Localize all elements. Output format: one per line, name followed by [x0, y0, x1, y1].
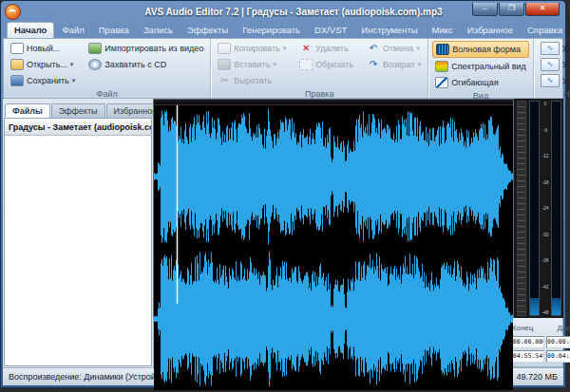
meter-db-scale: 0 -6 -12 -18 -24 -30 -36 -42 -48	[541, 101, 550, 316]
maximize-button[interactable]: ❐	[499, 3, 524, 16]
editor-column: 0:20 0:40 1:00 1:20 1:40 2:00 2:20 2:40 …	[153, 99, 563, 367]
paste-button[interactable]: Вставить ▾	[215, 57, 289, 72]
tab-tools[interactable]: Инструменты	[354, 23, 424, 38]
open-button[interactable]: Открыть... ▾	[8, 57, 78, 72]
panel-tab-files[interactable]: Файлы	[5, 103, 50, 118]
file-size-status: 49.720 МБ	[517, 372, 558, 382]
tab-help[interactable]: Справка	[521, 23, 569, 38]
waveform-right-channel[interactable]	[154, 248, 513, 390]
level-meters: 0 -6 -12 -18 -24 -30 -36 -42 -48	[529, 101, 561, 316]
save-disk-icon	[10, 75, 24, 86]
undo-arrow-icon: ↶	[367, 43, 380, 54]
spectrum-icon	[435, 61, 448, 72]
delete-x-icon: ✕	[299, 43, 313, 54]
capture-from-cd-button[interactable]: Захватить с CD	[86, 57, 206, 72]
ribbon-group-recent-effects: ∿ Усиление ∿ ∿ Усиление/Затухание ∿ ∿ Уд…	[534, 39, 570, 98]
waveform-channels[interactable]	[154, 105, 513, 304]
chevron-down-icon: ▾	[416, 45, 420, 52]
waveform-icon	[436, 44, 449, 55]
view-length-field[interactable]: 00:04:55.549	[546, 350, 570, 363]
panel-tabs: Файлы Эффекты Избранное	[3, 99, 153, 118]
left-panel: Файлы Эффекты Избранное Градусы - Замета…	[3, 99, 153, 367]
ribbon-group-file: Новый... Открыть... ▾ Сохранить ▾	[4, 39, 211, 98]
chevron-down-icon: ▾	[273, 61, 276, 68]
main-area: Файлы Эффекты Избранное Градусы - Замета…	[3, 99, 563, 367]
ribbon-tab-row: Начало Файл Правка Запись Эффекты Генери…	[3, 21, 563, 38]
app-window: AVS Audio Editor 7.2 | Градусы - Заметае…	[0, 0, 566, 388]
scissors-icon: ✂	[218, 75, 231, 86]
redo-arrow-icon: ↷	[367, 59, 380, 70]
ribbon-group-edit: Копировать ▾ Вставить ▾ ✂ Вырезать	[211, 39, 428, 98]
chevron-down-icon: ▾	[283, 45, 287, 52]
panel-tab-effects[interactable]: Эффекты	[51, 103, 105, 118]
paste-icon	[218, 59, 231, 70]
minimize-button[interactable]: –	[472, 3, 498, 16]
ribbon-group-view: Волновая форма Спектральный вид Огибающа…	[428, 39, 534, 98]
tab-mix[interactable]: Микс	[426, 23, 460, 38]
chevron-down-icon: ▾	[70, 61, 74, 68]
tab-file[interactable]: Файл	[55, 23, 90, 38]
playhead-cursor[interactable]	[177, 105, 178, 304]
open-folder-icon	[10, 59, 24, 70]
copy-icon	[218, 43, 231, 54]
amplify-effect-button[interactable]: ∿ Усиление ∿	[538, 41, 570, 56]
fade-wave-icon: ∿	[541, 58, 560, 71]
waveform-area[interactable]: 0:20 0:40 1:00 1:20 1:40 2:00 2:20 2:40 …	[153, 99, 514, 318]
tab-favorites[interactable]: Избранное	[461, 23, 520, 38]
envelope-view-button[interactable]: Огибающая	[432, 75, 529, 90]
chevron-down-icon: ▾	[418, 61, 422, 68]
waveform-left-channel[interactable]	[154, 105, 513, 248]
crop-icon	[299, 59, 313, 70]
ribbon: Новый... Открыть... ▾ Сохранить ▾	[3, 38, 563, 99]
close-button[interactable]: ✕	[525, 3, 560, 16]
tab-generate[interactable]: Генерировать	[236, 23, 307, 38]
cd-icon	[88, 59, 102, 70]
noise-wave-icon: ∿	[541, 74, 560, 87]
column-header-length: Длина	[546, 324, 570, 332]
copy-button[interactable]: Копировать ▾	[215, 41, 289, 56]
spectral-view-button[interactable]: Спектральный вид	[432, 59, 529, 74]
cut-button[interactable]: ✂ Вырезать	[215, 73, 289, 88]
delete-button[interactable]: ✕ Удалить	[296, 41, 356, 56]
tab-home[interactable]: Начало	[7, 22, 54, 38]
fade-effect-button[interactable]: ∿ Усиление/Затухание ∿	[538, 57, 570, 72]
tab-effects[interactable]: Эффекты	[180, 23, 235, 38]
titlebar: AVS Audio Editor 7.2 | Градусы - Заметае…	[3, 3, 563, 21]
amplify-wave-icon: ∿	[541, 42, 560, 55]
window-controls: – ❐ ✕	[472, 3, 560, 16]
trim-button[interactable]: Обрезать	[296, 57, 356, 72]
tab-edit[interactable]: Правка	[92, 23, 136, 38]
tab-dxvst[interactable]: DX/VST	[308, 23, 353, 38]
undo-button[interactable]: ↶ Отмена ▾	[364, 41, 424, 56]
new-button[interactable]: Новый...	[8, 41, 78, 56]
save-button[interactable]: Сохранить ▾	[8, 73, 78, 88]
redo-button[interactable]: ↷ Возврат ▾	[364, 57, 424, 72]
tab-record[interactable]: Запись	[137, 23, 180, 38]
file-list-item[interactable]: Градусы - Заметает (audiopoisk.com)	[5, 119, 151, 136]
file-list: Градусы - Заметает (audiopoisk.com)	[4, 118, 152, 366]
level-meter-right	[551, 101, 561, 316]
new-file-icon	[10, 43, 24, 54]
waveform-view-button[interactable]: Волновая форма	[432, 41, 529, 58]
chevron-down-icon: ▾	[72, 77, 76, 84]
noise-removal-effect-button[interactable]: ∿ Удаление шума ∿	[538, 73, 570, 88]
selection-length-field[interactable]: 00:00:00.000	[546, 336, 570, 348]
avs-logo-icon	[5, 4, 21, 20]
level-meter-left	[529, 101, 540, 316]
envelope-icon	[435, 77, 448, 88]
import-from-video-button[interactable]: Импортировать из видео	[86, 41, 206, 56]
import-video-icon	[88, 43, 102, 54]
amplitude-ruler	[517, 101, 526, 316]
meter-strip: 0 -6 -12 -18 -24 -30 -36 -42 -48	[514, 99, 563, 318]
